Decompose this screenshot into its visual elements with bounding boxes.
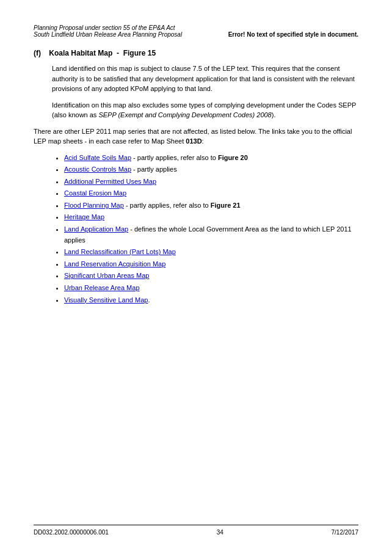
list-item: Urban Release Area Map [64,283,358,294]
list-item: Coastal Erosion Map [64,188,358,199]
list-item: Land Reservation Acquisition Map [64,259,358,270]
footer-left: DD032.2002.00000006.001 [34,529,109,536]
header: Planning Proposal under section 55 of th… [34,24,358,38]
map-sheet-ref: 013D [186,137,201,145]
list-item: Visually Sensitive Land Map. [64,295,358,306]
link-heritage[interactable]: Heritage Map [64,213,104,221]
footer: DD032.2002.00000006.001 34 7/12/2017 [34,525,358,536]
link-urban-release[interactable]: Urban Release Area Map [64,284,140,291]
link-acoustic-controls[interactable]: Acoustic Controls Map [64,166,131,173]
footer-date: 7/12/2017 [331,529,358,536]
page: Planning Proposal under section 55 of th… [0,0,392,554]
bullet-list: Acid Sulfate Soils Map - partly applies,… [64,153,358,306]
list-item: Acid Sulfate Soils Map - partly applies,… [64,153,358,164]
header-line1: Planning Proposal under section 55 of th… [34,24,358,31]
figure-20-ref: Figure 20 [218,154,248,161]
link-land-reservation[interactable]: Land Reservation Acquisition Map [64,260,165,268]
body-paragraph-1: Land identified on this map is subject t… [52,64,358,94]
section-figure: Figure 15 [123,49,156,57]
link-additional-permitted[interactable]: Additional Permitted Uses Map [64,178,156,185]
figure-21-ref: Figure 21 [211,202,241,209]
footer-center-page: 34 [217,529,223,536]
link-land-reclassification[interactable]: Land Reclassification (Part Lots) Map [64,248,176,255]
link-acid-sulfate[interactable]: Acid Sulfate Soils Map [64,154,131,161]
italic-sepp: SEPP (Exempt and Complying Development C… [98,111,271,118]
header-line2: South Lindfield Urban Release Area Plann… [34,31,358,38]
list-item: Significant Urban Areas Map [64,271,358,282]
section-label: (f) [34,49,41,57]
link-flood-planning[interactable]: Flood Planning Map [64,202,124,209]
header-error: Error! No text of specified style in doc… [228,31,358,38]
list-item: Acoustic Controls Map - partly applies [64,164,358,175]
list-item: Heritage Map [64,212,358,223]
section-title: Koala Habitat Map [49,49,112,57]
body-paragraph-2: Identification on this map also excludes… [52,100,358,120]
intro-paragraph: There are other LEP 2011 map series that… [34,126,358,147]
link-visually-sensitive[interactable]: Visually Sensitive Land Map [64,296,148,304]
list-item: Flood Planning Map - partly applies, ref… [64,200,358,211]
list-item: Land Reclassification (Part Lots) Map [64,247,358,258]
link-coastal-erosion[interactable]: Coastal Erosion Map [64,189,126,197]
section-heading: (f) Koala Habitat Map - Figure 15 [34,49,358,57]
list-item: Additional Permitted Uses Map [64,177,358,188]
list-item: Land Application Map - defines the whole… [64,224,358,246]
header-line1-text: Planning Proposal under section 55 of th… [34,24,175,31]
link-significant-urban[interactable]: Significant Urban Areas Map [64,272,149,279]
header-subtitle: South Lindfield Urban Release Area Plann… [34,31,182,38]
link-land-application[interactable]: Land Application Map [64,225,128,233]
